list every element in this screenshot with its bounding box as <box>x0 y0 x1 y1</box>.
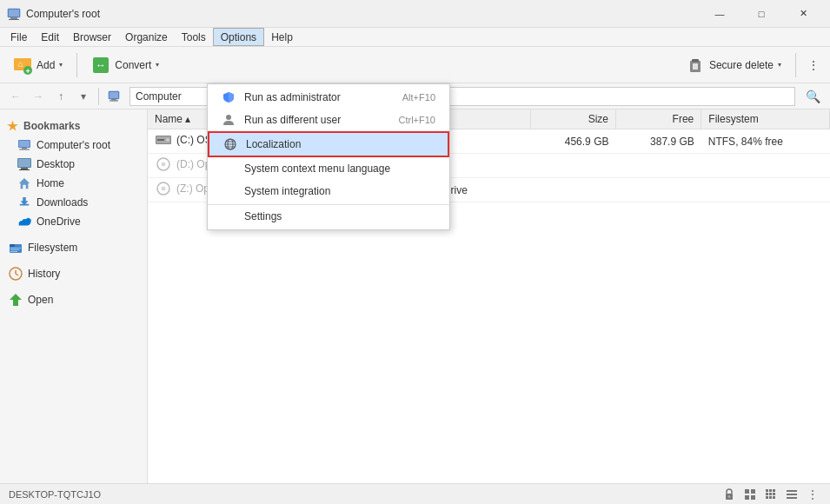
status-lock-button[interactable] <box>720 486 738 503</box>
filesystem-label: Filesystem <box>28 242 77 254</box>
svg-point-47 <box>226 115 231 120</box>
sidebar-item-history[interactable]: History <box>0 264 147 283</box>
menu-options[interactable]: Options <box>213 28 264 46</box>
menu-tools[interactable]: Tools <box>175 28 213 46</box>
svg-rect-63 <box>769 493 772 495</box>
nav-search-button[interactable]: 🔍 <box>800 86 825 107</box>
app-icon <box>7 7 21 21</box>
nav-forward-button[interactable]: → <box>28 86 49 107</box>
maximize-button[interactable]: □ <box>741 0 781 28</box>
sidebar-item-computers-root[interactable]: Computer's root <box>0 136 147 155</box>
toolbar-more-button[interactable]: ⋮ <box>802 50 825 80</box>
status-grid2-button[interactable] <box>762 486 780 503</box>
col-size[interactable]: Size <box>530 109 615 129</box>
dropdown-system-integration[interactable]: System integration <box>208 180 449 202</box>
row-z-size <box>530 178 615 202</box>
svg-rect-25 <box>21 168 28 169</box>
dropdown-localization[interactable]: Localization <box>208 131 449 157</box>
row-d-size <box>530 154 615 178</box>
nav-up-button[interactable]: ↑ <box>50 86 71 107</box>
svg-marker-38 <box>10 294 22 306</box>
menu-organize[interactable]: Organize <box>118 28 175 46</box>
minimize-button[interactable]: — <box>700 0 740 28</box>
svg-text:⌂: ⌂ <box>18 59 23 69</box>
add-dropdown-arrow: ▾ <box>59 61 63 69</box>
svg-rect-1 <box>10 17 17 19</box>
menu-browser[interactable]: Browser <box>66 28 118 46</box>
col-free[interactable]: Free <box>615 109 701 129</box>
convert-button[interactable]: ↔ Convert ▾ <box>83 50 167 80</box>
drive-icon-c: (C:) OS <box>155 133 212 147</box>
sidebar-item-home[interactable]: Home <box>0 174 147 193</box>
dropdown-settings[interactable]: Settings <box>208 204 449 228</box>
menu-help[interactable]: Help <box>264 28 300 46</box>
sidebar-item-desktop[interactable]: Desktop <box>0 155 147 174</box>
svg-point-54 <box>728 495 731 498</box>
onedrive-icon <box>17 215 31 229</box>
secure-delete-button[interactable]: Secure delete ▾ <box>678 50 789 80</box>
sidebar-bookmarks-header: ★ Bookmarks <box>0 116 147 136</box>
svg-rect-24 <box>18 159 30 167</box>
nav-sep <box>98 88 99 105</box>
close-button[interactable]: ✕ <box>783 0 823 28</box>
sidebar-spacer-2 <box>0 257 147 264</box>
add-label: Add <box>37 59 55 71</box>
svg-rect-60 <box>769 489 772 492</box>
status-right: ⋮ <box>720 486 821 503</box>
svg-rect-2 <box>9 19 19 20</box>
svg-rect-11 <box>692 59 699 62</box>
filesystem-icon <box>9 241 23 255</box>
svg-rect-33 <box>10 249 19 250</box>
menu-file[interactable]: File <box>3 28 34 46</box>
status-bar: DESKTOP-TQTCJ1O <box>0 483 830 504</box>
add-button[interactable]: ⌂ + Add ▾ <box>5 50 70 80</box>
computers-root-label: Computer's root <box>37 139 110 151</box>
nav-computer-button[interactable] <box>103 86 124 107</box>
run-admin-shortcut: Alt+F10 <box>402 92 435 103</box>
dropdown-run-admin[interactable]: Run as administrator Alt+F10 <box>208 86 449 109</box>
svg-rect-70 <box>787 497 797 499</box>
svg-text:+: + <box>26 67 30 75</box>
row-c-free: 387.9 GB <box>615 129 701 154</box>
nav-path-text: Computer <box>136 90 182 103</box>
sidebar-spacer-3 <box>0 283 147 290</box>
nav-back-button[interactable]: ← <box>5 86 26 107</box>
downloads-label: Downloads <box>37 196 88 209</box>
svg-rect-67 <box>773 496 775 499</box>
svg-rect-65 <box>766 496 768 499</box>
computer-name: DESKTOP-TQTCJ1O <box>9 489 101 500</box>
svg-rect-26 <box>19 169 30 170</box>
localization-label: Localization <box>246 138 301 150</box>
svg-rect-56 <box>751 489 755 494</box>
status-more-button[interactable]: ⋮ <box>804 486 821 503</box>
home-label: Home <box>37 177 64 189</box>
status-list-button[interactable] <box>783 486 800 503</box>
sidebar-item-downloads[interactable]: Downloads <box>0 193 147 212</box>
sidebar-item-filesystem[interactable]: Filesystem <box>0 238 147 257</box>
sidebar-spacer-1 <box>0 231 147 238</box>
svg-marker-27 <box>19 178 30 189</box>
row-c-size: 456.9 GB <box>530 129 615 154</box>
globe-icon <box>223 137 237 151</box>
downloads-icon <box>17 196 31 209</box>
dropdown-run-user[interactable]: Run as different user Ctrl+F10 <box>208 109 449 131</box>
secure-delete-label: Secure delete <box>709 59 774 71</box>
convert-label: Convert <box>115 59 151 71</box>
nav-dropdown-button[interactable]: ▾ <box>73 86 94 107</box>
svg-rect-32 <box>10 248 21 249</box>
col-filesystem[interactable]: Filesystem <box>701 109 830 129</box>
convert-dropdown-arrow: ▾ <box>156 61 159 69</box>
sidebar-item-onedrive[interactable]: OneDrive <box>0 212 147 231</box>
svg-rect-57 <box>745 495 749 500</box>
sidebar-item-open[interactable]: Open <box>0 290 147 309</box>
status-grid1-button[interactable] <box>741 486 759 503</box>
menu-edit[interactable]: Edit <box>34 28 66 46</box>
options-dropdown-menu: Run as administrator Alt+F10 Run as diff… <box>207 83 450 230</box>
svg-rect-42 <box>157 139 164 141</box>
dropdown-system-context[interactable]: System context menu language <box>208 157 449 180</box>
open-label: Open <box>28 294 53 306</box>
svg-rect-17 <box>111 99 116 101</box>
svg-text:↔: ↔ <box>96 59 106 71</box>
svg-rect-18 <box>110 100 118 101</box>
svg-rect-22 <box>19 149 30 150</box>
